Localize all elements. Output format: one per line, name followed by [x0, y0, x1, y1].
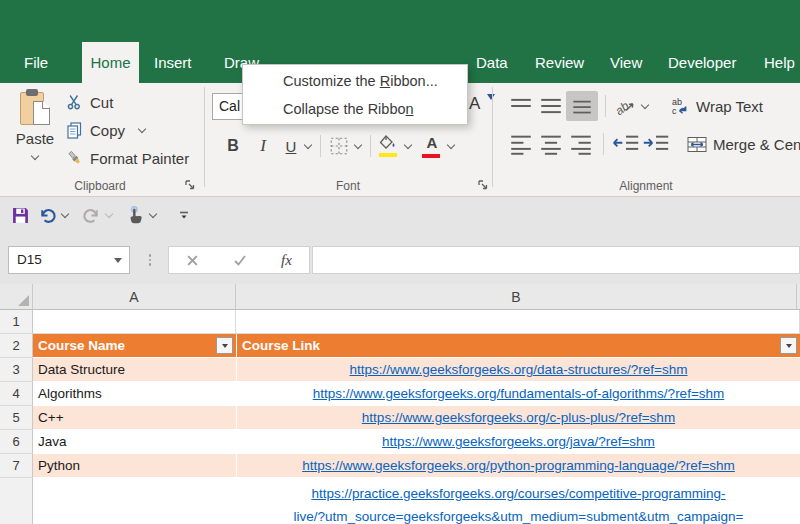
font-color-dropdown-chevron-icon[interactable]	[447, 142, 455, 150]
wrap-text-button[interactable]: ab c Wrap Text	[671, 97, 763, 116]
cut-button[interactable]: Cut	[66, 90, 113, 114]
filter-button-course-link[interactable]	[780, 337, 797, 354]
paste-button[interactable]: Paste	[8, 87, 62, 171]
row-1: 1	[0, 310, 800, 334]
filter-button-course-name[interactable]	[216, 337, 233, 354]
tab-review[interactable]: Review	[535, 42, 584, 83]
paste-dropdown-chevron-icon[interactable]	[31, 153, 39, 161]
middle-align-button[interactable]	[536, 95, 566, 117]
font-size-letter: A	[469, 94, 480, 113]
cell-b3[interactable]: https://www.geeksforgeeks.org/data-struc…	[236, 358, 800, 382]
borders-button[interactable]	[329, 136, 349, 156]
hyperlink-line-1[interactable]: https://practice.geeksforgeeks.org/cours…	[237, 482, 800, 505]
redo-button[interactable]	[82, 197, 113, 233]
save-button[interactable]	[12, 197, 29, 233]
hyperlink[interactable]: https://www.geeksforgeeks.org/python-pro…	[302, 458, 735, 473]
underline-button[interactable]: U	[278, 138, 304, 155]
cell-a1[interactable]	[33, 310, 236, 334]
align-left-button[interactable]	[506, 133, 536, 155]
underline-dropdown-chevron-icon[interactable]	[304, 142, 312, 150]
select-all-corner[interactable]	[0, 284, 33, 310]
fill-color-dropdown-chevron-icon[interactable]	[404, 142, 412, 150]
formula-bar-drag-handle[interactable]	[146, 246, 154, 274]
orientation-button[interactable]: ab	[613, 95, 635, 117]
title-bar	[0, 0, 800, 42]
row-header[interactable]: 4	[0, 382, 33, 406]
customize-qat-button[interactable]	[178, 197, 190, 233]
row-header[interactable]: 1	[0, 310, 33, 334]
cell-a4[interactable]: Algorithms	[33, 382, 236, 406]
name-box[interactable]: D15	[8, 246, 130, 274]
bottom-align-button[interactable]	[566, 91, 598, 121]
hyperlink[interactable]: https://www.geeksforgeeks.org/data-struc…	[349, 362, 687, 377]
orientation-dropdown-chevron-icon[interactable]	[641, 102, 649, 110]
column-header-b[interactable]: B	[236, 284, 797, 310]
bold-button[interactable]: B	[218, 137, 248, 155]
cell-b6[interactable]: https://www.geeksforgeeks.org/java/?ref=…	[236, 430, 800, 454]
tab-help[interactable]: Help	[764, 42, 795, 83]
cell-b2[interactable]: Course Link	[236, 334, 800, 358]
svg-text:c: c	[672, 105, 677, 115]
tab-home[interactable]: Home	[82, 42, 139, 83]
copy-button[interactable]: Copy	[66, 118, 146, 142]
align-right-button[interactable]	[566, 133, 596, 155]
tab-view[interactable]: View	[610, 42, 642, 83]
top-align-button[interactable]	[506, 95, 536, 117]
cell-b5[interactable]: https://www.geeksforgeeks.org/c-plus-plu…	[236, 406, 800, 430]
row-header[interactable]	[0, 478, 33, 524]
increase-indent-button[interactable]	[641, 133, 671, 155]
tab-developer[interactable]: Developer	[668, 42, 736, 83]
font-color-button[interactable]: A	[422, 134, 442, 158]
menu-item-collapse-ribbon[interactable]: Collapse the Ribbon	[243, 95, 467, 123]
column-header-a[interactable]: A	[33, 284, 236, 310]
hyperlink[interactable]: https://www.geeksforgeeks.org/c-plus-plu…	[362, 410, 675, 425]
hyperlink[interactable]: https://www.geeksforgeeks.org/java/?ref=…	[382, 434, 655, 449]
row-5: 5 C++ https://www.geeksforgeeks.org/c-pl…	[0, 406, 800, 430]
copy-dropdown-chevron-icon[interactable]	[138, 126, 146, 134]
row-4: 4 Algorithms https://www.geeksforgeeks.o…	[0, 382, 800, 406]
cell-a6[interactable]: Java	[33, 430, 236, 454]
row-header[interactable]: 5	[0, 406, 33, 430]
wrap-text-icon: ab c	[671, 97, 690, 116]
fill-color-button[interactable]	[379, 135, 399, 157]
tab-data[interactable]: Data	[476, 42, 508, 83]
font-dialog-launcher-icon[interactable]	[477, 179, 489, 191]
hyperlink[interactable]: https://www.geeksforgeeks.org/fundamenta…	[313, 386, 725, 401]
cancel-icon[interactable]	[186, 254, 199, 267]
merge-center-button[interactable]: Merge & Center	[687, 136, 800, 153]
touch-mode-dropdown-chevron-icon[interactable]	[149, 211, 157, 219]
cell-b1[interactable]	[236, 310, 800, 334]
cell-a2[interactable]: Course Name	[33, 334, 236, 358]
undo-button[interactable]	[38, 197, 69, 233]
row-header[interactable]: 6	[0, 430, 33, 454]
cell-a8[interactable]	[33, 478, 236, 524]
undo-dropdown-chevron-icon[interactable]	[61, 211, 69, 219]
cell-b4[interactable]: https://www.geeksforgeeks.org/fundamenta…	[236, 382, 800, 406]
cell-a5[interactable]: C++	[33, 406, 236, 430]
hyperlink-line-2[interactable]: live/?utm_source=geeksforgeeks&utm_mediu…	[237, 505, 800, 524]
clipboard-dialog-launcher-icon[interactable]	[184, 179, 196, 191]
scissors-icon	[66, 94, 83, 110]
borders-dropdown-chevron-icon[interactable]	[354, 142, 362, 150]
menu-item-customize-ribbon[interactable]: Customize the Ribbon...	[243, 67, 467, 95]
cell-b7[interactable]: https://www.geeksforgeeks.org/python-pro…	[236, 454, 800, 478]
name-box-dropdown-icon[interactable]	[114, 258, 122, 263]
row-header[interactable]: 3	[0, 358, 33, 382]
filter-dropdown-icon	[222, 344, 228, 348]
cell-a7[interactable]: Python	[33, 454, 236, 478]
formula-input[interactable]	[312, 246, 800, 274]
row-header[interactable]: 7	[0, 454, 33, 478]
cell-b8[interactable]: https://practice.geeksforgeeks.org/cours…	[236, 478, 800, 524]
italic-button[interactable]: I	[248, 136, 278, 156]
name-box-value: D15	[17, 252, 42, 267]
tab-file[interactable]: File	[24, 42, 48, 83]
align-center-button[interactable]	[536, 133, 566, 155]
touch-mouse-mode-button[interactable]	[128, 197, 157, 233]
row-header[interactable]: 2	[0, 334, 33, 358]
insert-function-button[interactable]: fx	[281, 252, 292, 269]
format-painter-button[interactable]: Format Painter	[66, 146, 189, 170]
cell-a3[interactable]: Data Structure	[33, 358, 236, 382]
enter-check-icon[interactable]	[233, 254, 247, 266]
decrease-indent-button[interactable]	[611, 133, 641, 155]
tab-insert[interactable]: Insert	[154, 42, 192, 83]
